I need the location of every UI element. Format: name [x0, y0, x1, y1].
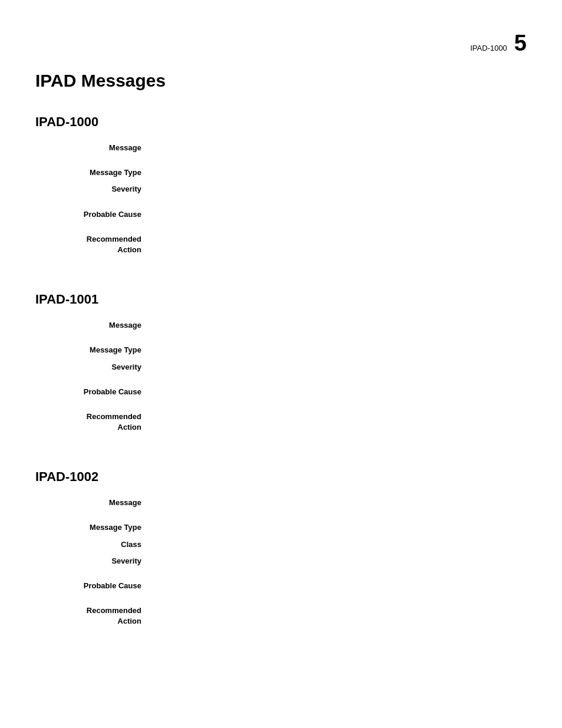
section-ipad-1000: IPAD-1000MessageMessage TypeSeverityProb…: [35, 114, 527, 256]
section-id-0: IPAD-1000: [35, 114, 527, 130]
field-value-0-2: [153, 184, 527, 195]
section-id-1: IPAD-1001: [35, 292, 527, 307]
field-label-0-4: RecommendedAction: [35, 234, 153, 255]
field-value-2-0: [153, 498, 527, 508]
field-row-2-2: Class: [35, 538, 527, 551]
field-label-1-1: Message Type: [35, 345, 153, 355]
field-row-2-1: Message Type: [35, 521, 527, 534]
field-row-2-4: Probable Cause: [35, 579, 527, 592]
field-label-1-4: RecommendedAction: [35, 411, 153, 433]
field-row-0-4: RecommendedAction: [35, 233, 527, 256]
field-row-0-2: Severity: [35, 183, 527, 196]
field-value-0-3: [153, 209, 527, 220]
field-label-1-2: Severity: [35, 362, 153, 373]
field-row-2-0: Message: [35, 496, 527, 509]
field-label-0-3: Probable Cause: [35, 209, 153, 220]
field-row-1-1: Message Type: [35, 344, 527, 357]
section-ipad-1002: IPAD-1002MessageMessage TypeClassSeverit…: [35, 469, 527, 628]
field-row-1-2: Severity: [35, 361, 527, 374]
field-value-2-1: [153, 522, 527, 533]
field-row-2-5: RecommendedAction: [35, 604, 527, 628]
field-label-1-3: Probable Cause: [35, 387, 153, 397]
field-row-1-3: Probable Cause: [35, 386, 527, 398]
header-page-num: 5: [514, 31, 527, 56]
field-label-0-1: Message Type: [35, 167, 153, 178]
field-label-1-0: Message: [35, 320, 153, 331]
field-label-2-1: Message Type: [35, 522, 153, 533]
field-value-0-4: [153, 234, 527, 255]
sections-container: IPAD-1000MessageMessage TypeSeverityProb…: [35, 114, 527, 628]
field-row-2-3: Severity: [35, 555, 527, 568]
field-value-0-1: [153, 167, 527, 178]
field-label-2-0: Message: [35, 498, 153, 508]
field-value-1-3: [153, 387, 527, 397]
field-value-2-5: [153, 605, 527, 627]
field-row-1-0: Message: [35, 319, 527, 332]
field-row-0-0: Message: [35, 141, 527, 154]
field-value-0-0: [153, 143, 527, 153]
field-row-1-4: RecommendedAction: [35, 410, 527, 434]
section-ipad-1001: IPAD-1001MessageMessage TypeSeverityProb…: [35, 292, 527, 434]
page-title: IPAD Messages: [35, 71, 527, 91]
field-label-2-2: Class: [35, 539, 153, 550]
field-value-2-2: [153, 539, 527, 550]
field-value-1-1: [153, 345, 527, 355]
field-label-0-0: Message: [35, 143, 153, 153]
field-value-1-2: [153, 362, 527, 373]
field-label-2-4: Probable Cause: [35, 581, 153, 591]
field-row-0-3: Probable Cause: [35, 208, 527, 221]
field-value-1-4: [153, 411, 527, 433]
field-label-2-5: RecommendedAction: [35, 605, 153, 627]
field-value-1-0: [153, 320, 527, 331]
section-id-2: IPAD-1002: [35, 469, 527, 485]
field-label-2-3: Severity: [35, 556, 153, 566]
field-value-2-4: [153, 581, 527, 591]
field-value-2-3: [153, 556, 527, 566]
header-doc-id: IPAD-1000: [470, 44, 507, 52]
field-label-0-2: Severity: [35, 184, 153, 195]
field-row-0-1: Message Type: [35, 166, 527, 179]
